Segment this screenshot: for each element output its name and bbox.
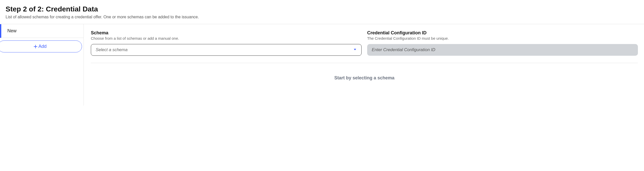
- schema-select-placeholder: Select a schema: [96, 47, 128, 52]
- config-id-field-desc: The Credential Configuration ID must be …: [367, 36, 638, 40]
- add-button[interactable]: Add: [0, 40, 82, 52]
- main-panel: Schema Choose from a list of schemas or …: [84, 24, 644, 106]
- schema-field: Schema Choose from a list of schemas or …: [91, 30, 362, 56]
- empty-state-text: Start by selecting a schema: [91, 75, 638, 81]
- caret-down-icon: [353, 48, 357, 52]
- schema-field-desc: Choose from a list of schemas or add a m…: [91, 36, 362, 40]
- content-row: New Add Schema Choose from a list of sch…: [0, 24, 644, 106]
- schema-field-label: Schema: [91, 30, 362, 36]
- page-container: Step 2 of 2: Credential Data List of all…: [0, 0, 644, 106]
- fields-divider: [91, 63, 638, 63]
- config-id-field-label: Credential Configuration ID: [367, 30, 638, 36]
- tab-new-label: New: [7, 28, 16, 34]
- tab-new[interactable]: New: [0, 24, 83, 38]
- sidebar: New Add: [0, 24, 84, 106]
- config-id-field: Credential Configuration ID The Credenti…: [367, 30, 638, 56]
- header: Step 2 of 2: Credential Data List of all…: [0, 0, 644, 24]
- page-subtitle: List of allowed schemas for creating a c…: [6, 15, 638, 19]
- config-id-input[interactable]: [367, 44, 638, 56]
- page-title: Step 2 of 2: Credential Data: [6, 5, 638, 13]
- fields-row: Schema Choose from a list of schemas or …: [91, 30, 638, 56]
- add-button-label: Add: [38, 44, 46, 49]
- plus-icon: [33, 44, 38, 49]
- schema-select[interactable]: Select a schema: [91, 44, 362, 56]
